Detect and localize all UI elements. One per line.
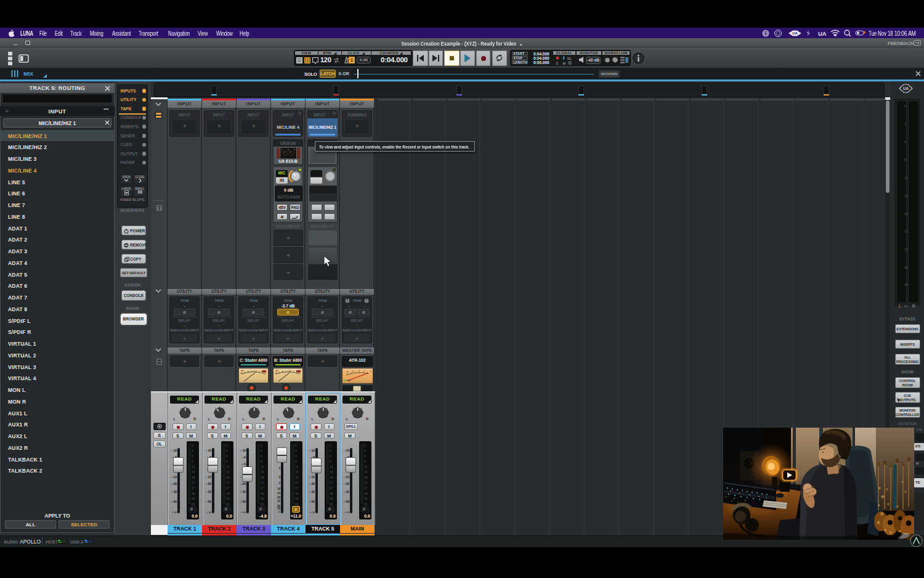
svg-text:S: S	[556, 62, 559, 65]
svg-text:10: 10	[352, 370, 354, 373]
svg-text:UA: UA	[818, 30, 827, 37]
svg-text:0: 0	[363, 370, 365, 372]
svg-text:VU: VU	[298, 370, 301, 372]
svg-text:20: 20	[240, 372, 243, 375]
svg-text:OL: OL	[567, 57, 572, 60]
svg-text:M: M	[563, 62, 566, 65]
svg-text:UA: UA	[903, 86, 909, 91]
svg-text:PWR: PWR	[346, 380, 351, 382]
svg-text:3: 3	[359, 370, 360, 372]
svg-text:UA: UA	[792, 31, 798, 35]
svg-text:VU: VU	[264, 370, 267, 372]
svg-text:3: 3	[370, 370, 371, 373]
svg-text:20: 20	[346, 371, 349, 373]
svg-text:20: 20	[275, 372, 277, 375]
